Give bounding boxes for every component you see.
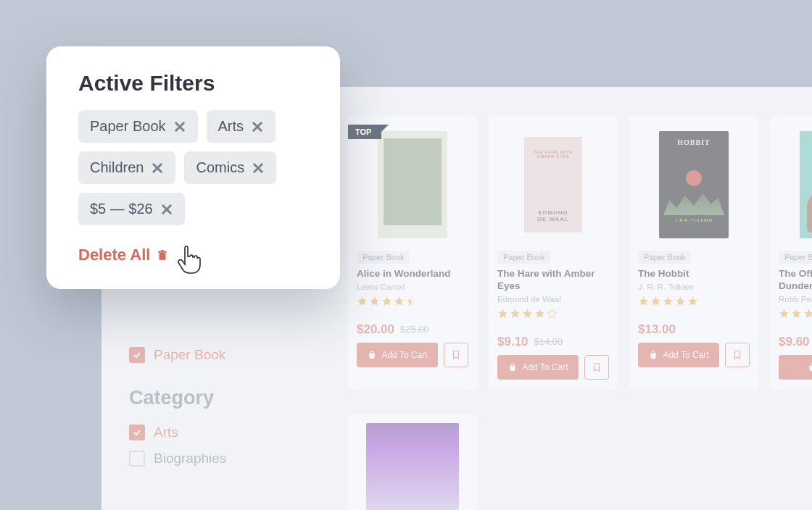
- product-title: The Hare with Amber Eyes: [497, 268, 609, 293]
- product-card[interactable]: THE HARE WITHAMBER EYESEDMUNDDE WAALPape…: [489, 116, 618, 390]
- filter-chip[interactable]: $5 — $26: [78, 193, 185, 225]
- close-icon[interactable]: [173, 120, 186, 133]
- product-grid: TOPPaper BookAlice in WonderlandLewis Ca…: [348, 116, 812, 390]
- filter-chip[interactable]: Arts: [207, 110, 276, 143]
- svg-marker-6: [510, 309, 520, 318]
- format-filter-label: Paper Book: [154, 347, 225, 363]
- format-tag: Paper Book: [779, 251, 812, 264]
- chip-label: $5 — $26: [90, 201, 153, 217]
- add-to-cart-button[interactable]: Add To Cart: [497, 355, 579, 380]
- star-icon: [369, 296, 380, 306]
- star-icon: [650, 296, 661, 306]
- pointer-cursor-icon: [177, 246, 202, 275]
- trash-icon: [156, 248, 169, 262]
- format-tag: Paper Book: [357, 251, 410, 264]
- chip-label: Arts: [218, 118, 244, 135]
- svg-marker-1: [370, 296, 379, 306]
- product-card[interactable]: HOBBITJ.R.R. TOLKIENPaper BookThe Hobbit…: [629, 116, 758, 390]
- delete-all-button[interactable]: Delete All: [78, 246, 169, 264]
- price: $13.00: [638, 322, 676, 337]
- svg-marker-0: [357, 296, 367, 306]
- svg-marker-15: [779, 309, 789, 318]
- filter-chip[interactable]: Paper Book: [78, 110, 198, 143]
- svg-marker-16: [792, 309, 801, 318]
- chip-label: Comics: [196, 159, 244, 176]
- svg-rect-32: [161, 250, 165, 251]
- chip-label: Paper Book: [90, 118, 166, 135]
- bookmark-icon: [732, 349, 742, 361]
- book-cover-wrap: [779, 125, 812, 245]
- add-to-cart-button[interactable]: Add To Cart: [357, 343, 438, 367]
- price: $20.00: [357, 322, 394, 337]
- svg-marker-4: [407, 296, 416, 306]
- format-filter-paperbook[interactable]: Paper Book: [129, 342, 318, 368]
- add-to-cart-label: Add To Cart: [381, 350, 427, 360]
- category-filter-arts[interactable]: Arts: [129, 419, 318, 446]
- basket-icon: [807, 362, 812, 372]
- book-cover: [366, 423, 459, 510]
- filter-chips: Paper BookArtsChildrenComics$5 — $26: [78, 110, 312, 225]
- checkbox-checked-icon: [129, 347, 145, 363]
- svg-marker-10: [639, 296, 648, 306]
- category-filter-biographies[interactable]: Biographies: [129, 446, 318, 472]
- add-to-cart-button[interactable]: Ad: [779, 355, 812, 380]
- star-icon: [534, 308, 545, 319]
- star-icon: [510, 308, 521, 319]
- svg-marker-17: [804, 309, 812, 318]
- close-icon[interactable]: [160, 203, 173, 216]
- rating-stars: [638, 296, 750, 306]
- close-icon[interactable]: [251, 120, 264, 133]
- star-icon: [663, 296, 674, 306]
- product-card[interactable]: TOPPaper BookAlice in WonderlandLewis Ca…: [348, 116, 477, 390]
- product-author: Robb Pear: [779, 295, 812, 304]
- delete-all-label: Delete All: [78, 246, 150, 264]
- close-icon[interactable]: [252, 162, 265, 175]
- star-icon: [357, 296, 368, 306]
- basket-icon: [508, 362, 518, 372]
- price: $9.10: [497, 335, 529, 349]
- sidebar-filters: Paper Book Category Arts Biographies: [129, 342, 318, 472]
- product-card[interactable]: Paper BookThe Office: A Day at Dunder Mi…: [770, 116, 812, 390]
- book-cover-wrap: [357, 125, 468, 245]
- category-heading: Category: [129, 387, 318, 409]
- star-icon: [687, 296, 698, 306]
- svg-rect-30: [160, 253, 166, 260]
- product-author: J. R. R. Tolkien: [638, 283, 750, 291]
- product-card[interactable]: [348, 414, 477, 510]
- add-to-cart-button[interactable]: Add To Cart: [638, 343, 719, 367]
- svg-rect-31: [158, 251, 167, 253]
- svg-marker-3: [394, 296, 404, 306]
- rating-stars: [497, 308, 609, 319]
- filter-chip[interactable]: Comics: [184, 151, 276, 184]
- svg-marker-9: [547, 309, 557, 318]
- star-icon: [497, 308, 508, 319]
- bookmark-button[interactable]: [584, 355, 609, 380]
- product-title: The Office: A Day at Dunder Mifflin: [779, 268, 812, 293]
- old-price: $14.00: [534, 336, 563, 347]
- add-to-cart-label: Add To Cart: [663, 350, 708, 360]
- chip-label: Children: [90, 159, 144, 176]
- filter-chip[interactable]: Children: [78, 151, 175, 184]
- bookmark-button[interactable]: [725, 343, 750, 367]
- svg-marker-8: [535, 309, 544, 318]
- svg-marker-11: [651, 296, 660, 306]
- add-to-cart-label: Add To Cart: [522, 362, 568, 372]
- format-tag: Paper Book: [638, 251, 691, 264]
- svg-marker-13: [676, 296, 685, 306]
- old-price: $25.00: [400, 324, 429, 335]
- popover-title: Active Filters: [78, 71, 312, 96]
- price: $9.60: [779, 335, 810, 349]
- star-icon: [522, 308, 533, 319]
- product-title: The Hobbit: [638, 268, 750, 280]
- bookmark-button[interactable]: [444, 343, 468, 367]
- category-filter-label: Arts: [154, 425, 178, 440]
- star-empty-icon: [547, 308, 558, 319]
- product-author: Edmund de Waal: [497, 295, 609, 304]
- close-icon[interactable]: [151, 162, 164, 175]
- star-icon: [779, 308, 790, 319]
- star-icon: [803, 308, 812, 319]
- rating-stars: [779, 308, 812, 319]
- star-icon: [675, 296, 686, 306]
- svg-marker-2: [382, 296, 392, 306]
- star-icon: [394, 296, 405, 306]
